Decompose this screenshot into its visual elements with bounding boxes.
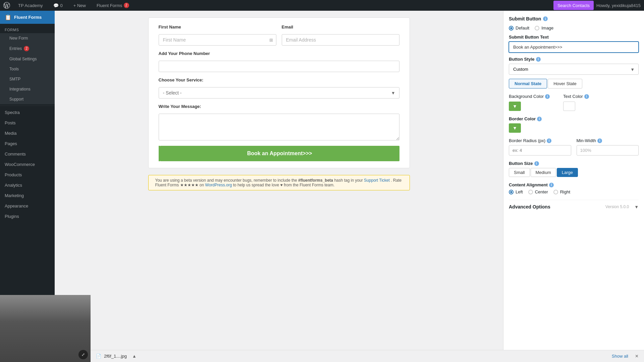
sidebar-item-analytics[interactable]: Analytics: [0, 180, 55, 190]
close-download-bar-icon[interactable]: ✕: [635, 354, 639, 359]
service-group: Choose Your Service: - Select - ▼: [159, 77, 399, 99]
text-color-swatch[interactable]: [563, 102, 575, 111]
first-name-input[interactable]: [159, 34, 276, 46]
button-size-info-icon[interactable]: i: [534, 161, 539, 166]
brand-label: Fluent Forms: [14, 15, 42, 20]
sidebar-item-media[interactable]: Media: [0, 128, 55, 138]
email-input[interactable]: [282, 34, 399, 46]
sidebar-item-comments[interactable]: Comments: [0, 149, 55, 159]
align-center[interactable]: Center: [528, 189, 548, 194]
right-panel: Submit Button i Default Image: [503, 11, 644, 362]
media-label: Media: [5, 131, 16, 136]
sidebar-item-integrations[interactable]: Integrations: [0, 84, 55, 94]
first-name-wrap: ⊞: [159, 34, 276, 46]
sidebar-item-entries[interactable]: Entries 2: [0, 43, 55, 54]
adminbar-right: Search Contacts Howdy, yexidikuja8415: [553, 1, 641, 10]
radio-image[interactable]: Image: [535, 25, 553, 31]
text-color-label: Text Color i: [563, 94, 589, 99]
radio-dot-image: [535, 26, 539, 31]
phone-input[interactable]: [159, 61, 399, 72]
sidebar-brand[interactable]: 📋 Fluent Forms: [0, 11, 55, 24]
border-radius-input[interactable]: [509, 145, 571, 156]
plugins-label: Plugins: [5, 214, 19, 219]
normal-state-tab[interactable]: Normal State: [509, 79, 547, 88]
new-form-label: New Form: [9, 36, 28, 41]
submit-text-input[interactable]: [509, 42, 639, 53]
form-preview: First Name ⊞ Email: [148, 17, 410, 168]
adminbar-site[interactable]: TP Academy: [15, 0, 45, 11]
adminbar-plugin[interactable]: Fluent Forms 2: [94, 0, 132, 11]
sidebar-item-products[interactable]: Products: [0, 170, 55, 180]
min-width-input[interactable]: [577, 145, 639, 156]
submit-button-info-icon[interactable]: i: [543, 16, 548, 21]
phone-group: Add Your Phone Number: [159, 51, 399, 72]
sidebar-item-pages[interactable]: Pages: [0, 138, 55, 149]
radio-image-label: Image: [541, 25, 553, 31]
border-color-swatch-icon: ▼: [513, 125, 517, 131]
video-control-icon[interactable]: ⤢: [78, 350, 88, 359]
submit-button[interactable]: Book an Appointment>>>: [160, 146, 399, 161]
min-width-col: Min-Width i: [577, 138, 639, 156]
button-style-info-icon[interactable]: i: [536, 57, 541, 62]
marketing-label: Marketing: [5, 193, 24, 198]
show-all-link[interactable]: Show all: [612, 354, 628, 359]
form-canvas: First Name ⊞ Email: [55, 11, 503, 362]
min-width-info-icon[interactable]: i: [597, 138, 602, 143]
border-radius-info-icon[interactable]: i: [547, 138, 551, 143]
video-face: ⤢: [0, 295, 91, 362]
radio-default-label: Default: [516, 25, 529, 31]
align-left[interactable]: Left: [509, 189, 523, 194]
adminbar-new[interactable]: + New: [71, 0, 89, 11]
border-color-swatch[interactable]: ▼: [509, 123, 521, 133]
text-color-info-icon[interactable]: i: [584, 94, 589, 99]
sidebar-item-woocommerce[interactable]: WooCommerce: [0, 159, 55, 170]
btn-size-medium[interactable]: Medium: [531, 168, 556, 177]
version-label: Version 5.0.0: [605, 204, 629, 209]
sidebar-item-new-form[interactable]: New Form: [0, 33, 55, 43]
download-minimize-icon[interactable]: ▲: [132, 354, 137, 359]
sidebar-item-smtp[interactable]: SMTP: [0, 74, 55, 84]
sidebar-item-spectra[interactable]: Spectra: [0, 107, 55, 118]
hover-state-tab[interactable]: Hover State: [548, 79, 582, 88]
btn-size-small[interactable]: Small: [509, 168, 530, 177]
message-textarea[interactable]: [159, 114, 399, 140]
download-filename: 2f6f_1....jpg: [104, 354, 127, 359]
forms-submenu: New Form Entries 2 Global Settings Tools…: [0, 33, 55, 104]
notice-wp-link[interactable]: WordPress.org: [205, 183, 232, 187]
button-size-group: Small Medium Large: [509, 168, 639, 177]
bg-color-info-icon[interactable]: i: [545, 94, 550, 99]
button-style-select[interactable]: Custom: [509, 64, 639, 75]
button-style-select-wrap: Custom ▼: [509, 64, 639, 75]
content-alignment-info-icon[interactable]: i: [549, 183, 554, 187]
service-select-wrap: - Select - ▼: [159, 87, 399, 99]
download-item: 📄 2f6f_1....jpg ▲: [96, 354, 137, 359]
btn-size-large[interactable]: Large: [557, 168, 578, 177]
advanced-options[interactable]: Advanced Options Version 5.0.0 ▼: [509, 200, 639, 214]
notice-support-link[interactable]: Support Ticket: [364, 178, 390, 183]
plugin-badge: 2: [124, 3, 129, 8]
sidebar-item-tools[interactable]: Tools: [0, 64, 55, 74]
analytics-label: Analytics: [5, 183, 22, 188]
sidebar-item-support[interactable]: Support: [0, 94, 55, 104]
forms-section-label: Forms: [0, 24, 55, 33]
phone-label: Add Your Phone Number: [159, 51, 399, 56]
download-bar: 📄 2f6f_1....jpg ▲ Show all ✕: [91, 350, 644, 362]
adminbar-comments[interactable]: 💬 0: [51, 0, 65, 11]
sidebar-item-plugins[interactable]: Plugins: [0, 211, 55, 222]
search-contacts-button[interactable]: Search Contacts: [553, 1, 594, 10]
min-width-label: Min-Width i: [577, 138, 639, 143]
global-settings-label: Global Settings: [9, 57, 37, 61]
align-right[interactable]: Right: [553, 189, 570, 194]
service-select[interactable]: - Select -: [159, 87, 399, 99]
border-color-info-icon[interactable]: i: [537, 117, 542, 121]
entries-badge: 2: [24, 46, 29, 51]
align-left-radio: [509, 190, 514, 194]
pages-label: Pages: [5, 141, 17, 146]
sidebar-item-global-settings[interactable]: Global Settings: [0, 54, 55, 64]
sidebar-item-marketing[interactable]: Marketing: [0, 190, 55, 201]
submit-btn-wrap: Book an Appointment>>>: [159, 146, 399, 161]
sidebar-item-appearance[interactable]: Appearance: [0, 201, 55, 211]
radio-default[interactable]: Default: [509, 25, 529, 31]
sidebar-item-posts[interactable]: Posts: [0, 118, 55, 128]
bg-color-swatch[interactable]: ▼: [509, 102, 521, 111]
